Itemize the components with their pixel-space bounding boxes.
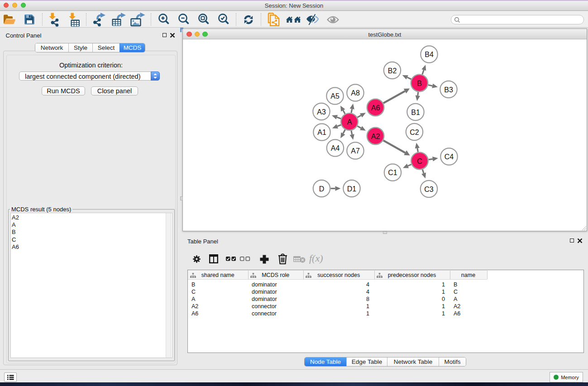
svg-text:C1: C1	[388, 169, 397, 176]
svg-text:C3: C3	[424, 186, 434, 193]
svg-text:A3: A3	[317, 108, 326, 116]
svg-text:A8: A8	[351, 89, 360, 97]
svg-text:B: B	[417, 80, 422, 87]
svg-text:D1: D1	[347, 185, 357, 193]
svg-text:C4: C4	[445, 153, 454, 161]
svg-text:B1: B1	[411, 109, 420, 116]
svg-text:A: A	[347, 118, 352, 126]
svg-text:D: D	[319, 185, 325, 193]
svg-text:B4: B4	[425, 51, 434, 58]
svg-text:A1: A1	[317, 129, 326, 136]
svg-text:B3: B3	[444, 86, 453, 94]
svg-text:A7: A7	[351, 147, 360, 155]
svg-text:B2: B2	[388, 67, 397, 75]
svg-text:C2: C2	[410, 129, 419, 136]
svg-text:C: C	[417, 157, 422, 165]
svg-text:A6: A6	[371, 104, 380, 112]
svg-text:A2: A2	[371, 133, 380, 140]
svg-text:A4: A4	[331, 144, 340, 152]
svg-text:A5: A5	[330, 92, 339, 100]
